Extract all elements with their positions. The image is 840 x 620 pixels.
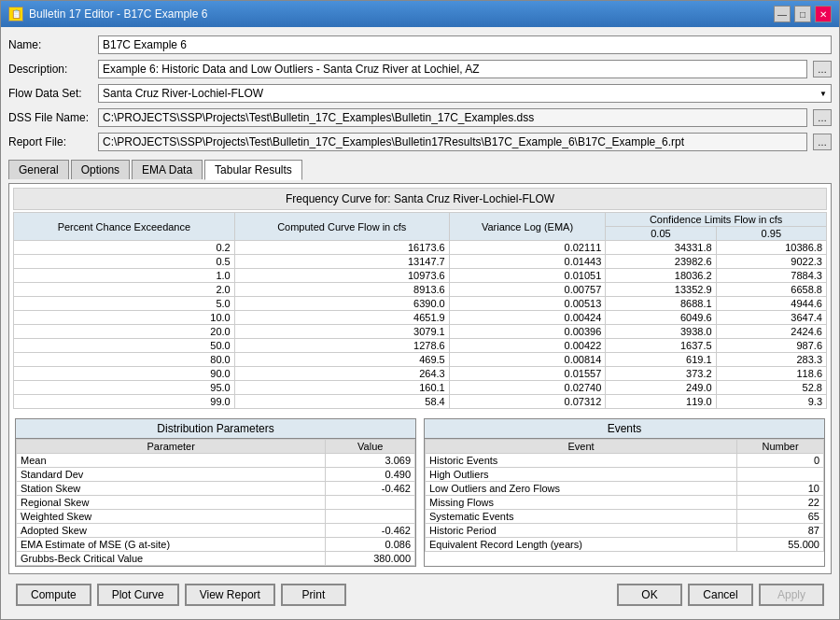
freq-cl95: 6658.8 [716,283,826,297]
event-number: 0 [737,454,824,468]
table-row: 99.0 58.4 0.07312 119.0 9.3 [14,395,827,409]
list-item: Standard Dev 0.490 [17,468,415,482]
view-report-button[interactable]: View Report [185,584,275,606]
name-input[interactable] [98,35,832,54]
main-window: 📋 Bulletin 17 Editor - B17C Example 6 — … [0,0,840,620]
flow-data-set-row: Flow Data Set: Santa Cruz River-Lochiel-… [8,83,832,104]
chevron-down-icon: ▼ [819,90,827,98]
tab-general[interactable]: General [8,160,69,179]
param-name: Regional Skew [17,496,326,510]
print-button[interactable]: Print [281,584,346,606]
tab-options[interactable]: Options [71,160,130,179]
freq-cl05: 373.2 [606,367,716,381]
flow-data-set-select[interactable]: Santa Cruz River-Lochiel-FLOW ▼ [98,84,832,103]
report-browse-button[interactable]: … [813,134,832,150]
ok-button[interactable]: OK [617,584,682,606]
event-name: Systematic Events [426,510,737,524]
freq-variance: 0.07312 [449,395,606,409]
freq-header-cl05: 0.05 [606,227,716,241]
table-row: 50.0 1278.6 0.00422 1637.5 987.6 [14,339,827,353]
dss-file-input[interactable] [98,108,807,127]
event-number: 22 [737,496,824,510]
footer-buttons: Compute Plot Curve View Report Print OK … [8,578,832,612]
report-file-label: Report File: [8,135,92,148]
event-name: Historic Events [426,454,737,468]
event-name: Low Outliers and Zero Flows [426,482,737,496]
minimize-button[interactable]: — [774,6,791,22]
tab-bar: General Options EMA Data Tabular Results [8,160,832,179]
param-name: Standard Dev [17,468,326,482]
freq-cl95: 118.6 [716,367,826,381]
footer-left-buttons: Compute Plot Curve View Report Print [16,584,346,606]
event-number: 10 [737,482,824,496]
table-row: 80.0 469.5 0.00814 619.1 283.3 [14,353,827,367]
list-item: Station Skew -0.462 [17,482,415,496]
freq-variance: 0.02111 [449,241,606,255]
list-item: Adopted Skew -0.462 [17,524,415,538]
list-item: Low Outliers and Zero Flows 10 [426,482,824,496]
freq-cl05: 1637.5 [606,339,716,353]
table-row: 0.2 16173.6 0.02111 34331.8 10386.8 [14,241,827,255]
report-file-row: Report File: … [8,132,832,152]
desc-label: Description: [8,63,92,76]
param-value [326,496,415,510]
freq-cl95: 9022.3 [716,255,826,269]
event-name: High Outliers [426,468,737,482]
events-col-number: Number [737,440,824,454]
param-name: Weighted Skew [17,510,326,524]
event-number: 65 [737,510,824,524]
list-item: Historic Period 87 [426,524,824,538]
list-item: Grubbs-Beck Critical Value 380.000 [17,552,415,566]
freq-computed: 16173.6 [234,241,449,255]
event-number: 87 [737,524,824,538]
freq-computed: 469.5 [234,353,449,367]
freq-cl05: 23982.6 [606,255,716,269]
tab-ema-data[interactable]: EMA Data [132,160,203,179]
freq-computed: 10973.6 [234,269,449,283]
freq-variance: 0.01443 [449,255,606,269]
desc-browse-button[interactable]: … [813,61,832,78]
event-name: Equivalent Record Length (years) [426,538,737,552]
list-item: Regional Skew [17,496,415,510]
dss-browse-button[interactable]: … [813,109,832,126]
param-value: 0.490 [326,468,415,482]
list-item: EMA Estimate of MSE (G at-site) 0.086 [17,538,415,552]
freq-computed: 8913.6 [234,283,449,297]
freq-pct: 2.0 [14,283,235,297]
freq-cl95: 3647.4 [716,311,826,325]
freq-cl95: 10386.8 [716,241,826,255]
freq-cl05: 13352.9 [606,283,716,297]
title-controls[interactable]: — □ ✕ [774,6,832,22]
dist-col-value: Value [326,440,415,454]
title-bar: 📋 Bulletin 17 Editor - B17C Example 6 — … [1,1,839,27]
maximize-button[interactable]: □ [794,6,811,22]
apply-button[interactable]: Apply [759,584,824,606]
freq-pct: 95.0 [14,381,235,395]
freq-computed: 58.4 [234,395,449,409]
tab-content-area: Frequency Curve for: Santa Cruz River-Lo… [8,183,832,574]
freq-computed: 13147.7 [234,255,449,269]
frequency-curve-table: Percent Chance Exceedance Computed Curve… [13,212,827,409]
plot-curve-button[interactable]: Plot Curve [97,584,179,606]
dss-file-row: DSS File Name: … [8,107,832,128]
desc-input[interactable] [98,60,807,78]
window-title: Bulletin 17 Editor - B17C Example 6 [29,7,207,21]
freq-pct: 99.0 [14,395,235,409]
events-col-event: Event [426,440,737,454]
footer-right-buttons: OK Cancel Apply [617,584,824,606]
name-label: Name: [8,38,92,51]
list-item: Historic Events 0 [426,454,824,468]
app-icon: 📋 [8,7,23,21]
close-button[interactable]: ✕ [815,6,832,22]
frequency-curve-section: Frequency Curve for: Santa Cruz River-Lo… [9,184,831,413]
freq-computed: 4651.9 [234,311,449,325]
cancel-button[interactable]: Cancel [688,584,753,606]
compute-button[interactable]: Compute [16,584,91,606]
report-file-input[interactable] [98,133,807,151]
list-item: Missing Flows 22 [426,496,824,510]
freq-cl05: 18036.2 [606,269,716,283]
table-row: 20.0 3079.1 0.00396 3938.0 2424.6 [14,325,827,339]
freq-cl05: 8688.1 [606,297,716,311]
freq-header-pct: Percent Chance Exceedance [14,213,235,241]
tab-tabular-results[interactable]: Tabular Results [204,160,302,180]
